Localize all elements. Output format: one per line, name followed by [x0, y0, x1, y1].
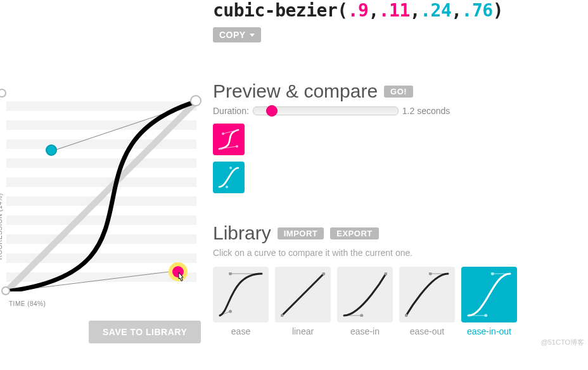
library-thumb	[213, 267, 269, 322]
library-heading: Library	[213, 222, 271, 244]
curve-icon	[343, 272, 387, 317]
export-button[interactable]: EXPORT	[330, 227, 378, 239]
go-button[interactable]: GO!	[384, 86, 413, 98]
library-grid: easelinearease-inease-outease-in-out	[213, 267, 575, 336]
axis-origin-marker	[0, 89, 6, 98]
axis-x-label: TIME (84%)	[9, 300, 46, 307]
chevron-down-icon	[250, 34, 255, 37]
curve-icon	[218, 167, 240, 188]
svg-line-2	[223, 130, 238, 134]
svg-point-9	[229, 310, 232, 313]
curve-icon	[405, 272, 449, 317]
curve-icon	[219, 272, 263, 317]
library-item-label: ease-in	[350, 326, 380, 336]
library-item-label: ease-in-out	[467, 326, 511, 336]
library-item-label: ease	[231, 326, 250, 336]
control-handle-p2[interactable]	[46, 144, 57, 156]
duration-value: 1.2 seconds	[402, 106, 451, 116]
library-item-ease-out[interactable]: ease-out	[399, 267, 455, 336]
preview-tile-current[interactable]	[213, 124, 245, 155]
svg-point-3	[236, 145, 238, 148]
library-thumb	[275, 267, 331, 322]
function-signature: cubic-bezier(.9,.11,.24,.76)	[213, 0, 575, 21]
preview-heading-row: Preview & compare GO!	[213, 80, 575, 102]
library-item-ease-in[interactable]: ease-in	[337, 267, 393, 336]
editor-grid	[6, 101, 196, 291]
save-to-library-button[interactable]: SAVE TO LIBRARY	[89, 321, 201, 343]
p1x-value: .9	[348, 0, 369, 21]
library-item-ease-in-out[interactable]: ease-in-out	[461, 267, 517, 336]
axis-y-label: ROGRESSION (14%)	[0, 193, 3, 260]
import-button[interactable]: IMPORT	[278, 227, 324, 239]
library-item-label: linear	[292, 326, 314, 336]
p2x-value: .24	[420, 0, 451, 21]
curve-endpoint-start[interactable]	[1, 286, 10, 295]
duration-row: Duration: 1.2 seconds	[213, 106, 575, 116]
library-item-linear[interactable]: linear	[275, 267, 331, 336]
function-name: cubic-bezier	[213, 0, 337, 21]
bezier-editor[interactable]: ROGRESSION (14%)	[0, 0, 203, 370]
svg-point-26	[491, 272, 494, 276]
curve-icon	[467, 272, 511, 317]
preview-heading: Preview & compare	[213, 80, 378, 102]
preview-tile-compare[interactable]	[213, 162, 245, 193]
library-heading-row: Library IMPORT EXPORT	[213, 222, 575, 244]
svg-point-6	[229, 167, 232, 169]
svg-point-22	[429, 272, 432, 276]
copy-button[interactable]: COPY	[213, 27, 261, 42]
library-hint: Click on a curve to compare it with the …	[213, 248, 575, 258]
content-panel: cubic-bezier(.9,.11,.24,.76) COPY Previe…	[203, 0, 588, 370]
library-thumb	[337, 267, 393, 322]
svg-point-25	[484, 314, 487, 317]
duration-slider-knob[interactable]	[266, 105, 278, 117]
curve-icon	[218, 129, 240, 150]
library-item-ease[interactable]: ease	[213, 267, 269, 336]
library-item-label: ease-out	[410, 326, 444, 336]
svg-point-10	[229, 272, 232, 276]
duration-label: Duration:	[213, 106, 249, 116]
control-handle-p1[interactable]	[172, 266, 184, 278]
duration-slider[interactable]	[253, 106, 399, 115]
svg-point-5	[226, 186, 228, 188]
copy-button-label: COPY	[219, 30, 246, 40]
p1y-value: .11	[379, 0, 410, 21]
curve-icon	[281, 272, 325, 317]
library-thumb	[461, 267, 517, 322]
svg-point-17	[360, 314, 363, 317]
svg-point-4	[222, 132, 224, 135]
curve-endpoint-end[interactable]	[190, 95, 201, 106]
library-thumb	[399, 267, 455, 322]
p2y-value: .76	[462, 0, 493, 21]
